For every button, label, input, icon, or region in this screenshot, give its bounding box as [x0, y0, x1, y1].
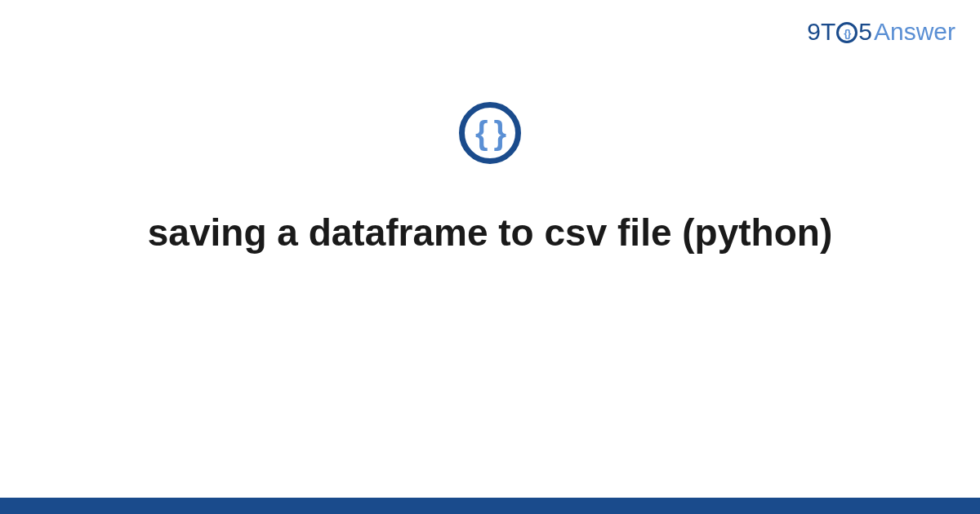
brand-text-9t: 9T	[807, 18, 835, 46]
brand-text-answer: Answer	[874, 18, 956, 46]
brand-circle-icon: {}	[836, 22, 858, 43]
footer-accent-bar	[0, 498, 980, 514]
page-title: saving a dataframe to csv file (python)	[148, 209, 832, 257]
brand-circle-inner: {}	[844, 27, 850, 39]
code-braces-icon: { }	[475, 115, 505, 152]
brand-text-5: 5	[858, 18, 872, 46]
main-content: { } saving a dataframe to csv file (pyth…	[0, 102, 980, 257]
category-icon: { }	[459, 102, 521, 164]
site-logo: 9T {} 5 Answer	[807, 18, 956, 46]
